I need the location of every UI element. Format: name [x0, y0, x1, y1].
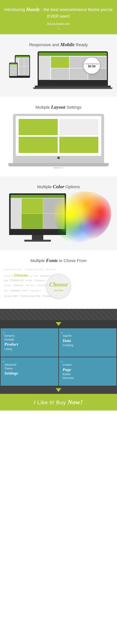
features-bottom-bar: [0, 386, 117, 394]
color-title: Multiple Color Options: [4, 184, 113, 190]
feature-card-settings: Advanced Theme Settings: [1, 357, 58, 386]
product-tooltip: Lovely Bright Mugs $9.99: [83, 57, 100, 74]
laptop-bottom: [33, 88, 113, 89]
fonts-cloud: choose your font Choose your font Choose…: [4, 267, 113, 305]
hero-title: Introducing Handy - the best woocommerce…: [4, 6, 113, 19]
macbook-screen: [16, 116, 101, 156]
brand-name: Handy: [26, 7, 40, 12]
color-section: Multiple Color Options: [0, 176, 117, 250]
features-arrow: [56, 322, 61, 326]
macbook-notch: ⬛: [57, 157, 60, 159]
fonts-section: Multiple Fonts to Chose From choose your…: [0, 250, 117, 309]
device-mockup: Lovely Bright Mugs $9.99: [9, 51, 108, 89]
font-text-4: ur font Choose our font CHOOSE: [4, 284, 48, 287]
responsive-title: Responsive and Mobile Ready: [4, 42, 113, 48]
scroll-arrow: ↓: [4, 26, 113, 30]
features-section: Dynamic Sortable Product Listing Sapmle …: [0, 309, 117, 394]
features-link[interactable]: find our features here: [4, 22, 113, 25]
feature-card-product: Dynamic Sortable Product Listing: [1, 328, 58, 357]
font-text-1: choose your font Choose your font Choose…: [4, 268, 56, 271]
responsive-section: Responsive and Mobile Ready: [0, 34, 117, 97]
cta-text[interactable]: I Like It! Buy Now!: [4, 398, 113, 406]
macbook-label: MacBook 11": [13, 167, 104, 169]
macbook-mockup: ⬛ MacBook 11": [13, 114, 104, 169]
font-text-3: font Choose yo ur font Choose y: [4, 278, 45, 282]
monitor-mockup: [9, 193, 108, 242]
macbook-chin: [8, 163, 109, 166]
phone-device: [9, 63, 18, 78]
layout-block-1: [19, 119, 58, 135]
layout-title: Multiple Layout Settings: [4, 104, 113, 110]
macbook-body: ⬛: [13, 114, 104, 163]
layout-block-4: [59, 137, 98, 153]
feature-card-builder: Custom Page Builder Elements: [59, 357, 116, 386]
layout-block-3: [19, 137, 58, 153]
features-grid: Dynamic Sortable Product Listing Sapmle …: [0, 328, 117, 386]
layout-block-2: [59, 119, 98, 135]
fonts-title: Multiple Fonts to Chose From: [4, 258, 113, 264]
bottom-arrow: [56, 388, 61, 392]
monitor-base: [24, 240, 51, 242]
features-top-bar: [0, 309, 117, 320]
font-text-6: se your font Choose your font Choose you…: [4, 294, 58, 298]
cta-section[interactable]: I Like It! Buy Now!: [0, 394, 117, 410]
font-circle: Choose your font: [46, 274, 71, 298]
phone-screen: [10, 64, 17, 76]
monitor-stand: [32, 235, 43, 240]
font-text-5: font CHOOR FONT Choose y: [4, 289, 41, 292]
feature-card-data: Sapmle Data Including: [59, 328, 116, 357]
hero-section: Introducing Handy - the best woocommerce…: [0, 0, 117, 34]
font-text-2: use your Choose your font Choose your: [4, 273, 55, 278]
layout-section: Multiple Layout Settings ⬛ MacBook 11": [0, 97, 117, 176]
